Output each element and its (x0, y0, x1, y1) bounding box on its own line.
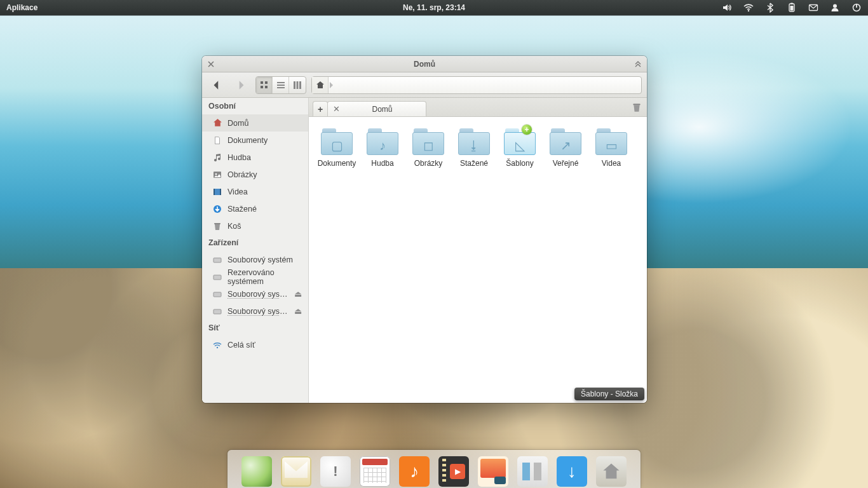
pictures-icon: ◻ (411, 135, 445, 156)
pictures-icon (212, 170, 222, 180)
new-badge-icon: + (522, 125, 532, 135)
path-bar[interactable] (311, 76, 642, 94)
eject-icon[interactable]: ⏏ (294, 289, 302, 299)
folder-documents[interactable]: ▢ Dokumenty (314, 127, 360, 168)
sidebar-item-network[interactable]: Celá síť (202, 336, 308, 353)
dock-calendar[interactable] (360, 456, 390, 487)
sidebar-item-label: Obrázky (227, 170, 257, 179)
sidebar-item-home[interactable]: Domů (202, 114, 308, 132)
sidebar-item-label: Souborový systé… (227, 307, 288, 316)
wifi-icon[interactable] (743, 3, 754, 13)
svg-rect-10 (261, 86, 263, 88)
downloads-icon: ⭳ (457, 135, 491, 156)
svg-point-29 (217, 346, 218, 348)
sidebar-item-pictures[interactable]: Obrázky (202, 166, 308, 183)
path-home-button[interactable] (312, 77, 329, 93)
sidebar-item-videos[interactable]: Videa (202, 183, 308, 200)
sidebar-item-filesystem[interactable]: Souborový systém (202, 251, 308, 268)
sidebar-item-downloads[interactable]: Stažené (202, 200, 308, 217)
drive-icon (212, 255, 222, 265)
home-icon (212, 118, 222, 128)
folder-label: Videa (602, 159, 621, 168)
drive-icon (212, 289, 222, 299)
window-title: Domů (414, 60, 435, 69)
sidebar-item-trash[interactable]: Koš (202, 217, 308, 234)
sidebar-item-music[interactable]: Hudba (202, 149, 308, 166)
svg-rect-8 (261, 81, 263, 84)
dock-music[interactable] (399, 456, 430, 487)
window-titlebar[interactable]: Domů (202, 56, 647, 72)
view-columns-button[interactable] (289, 77, 306, 93)
sidebar-item-label: Hudba (227, 153, 251, 162)
svg-rect-11 (265, 86, 268, 88)
templates-icon: ◺ (503, 135, 537, 156)
svg-point-19 (215, 173, 217, 175)
sidebar-item-filesystem-3[interactable]: Souborový systé… ⏏ (202, 302, 308, 320)
tab-home[interactable]: ✕ Domů (327, 101, 426, 116)
view-icons-button[interactable] (256, 77, 273, 93)
file-manager-window: Domů Osobní Domů Dokumenty (202, 56, 647, 403)
svg-rect-24 (214, 223, 220, 224)
dock-messaging[interactable] (320, 456, 351, 487)
folder-music[interactable]: ♪ Hudba (360, 127, 405, 168)
svg-rect-13 (277, 85, 285, 86)
videos-icon (212, 187, 222, 197)
dock-workspace-switcher[interactable] (517, 456, 548, 487)
dock-browser[interactable] (241, 456, 272, 487)
eject-icon[interactable]: ⏏ (294, 306, 302, 316)
sidebar-item-documents[interactable]: Dokumenty (202, 132, 308, 149)
sidebar-item-label: Domů (227, 119, 248, 128)
new-tab-button[interactable]: + (313, 101, 328, 116)
sidebar-item-reserved[interactable]: Rezervováno systémem (202, 268, 308, 285)
nav-back-button[interactable] (207, 76, 226, 94)
drive-icon (212, 306, 222, 316)
dock-photos[interactable] (478, 456, 508, 487)
panel-clock[interactable]: Ne, 11. srp, 23:14 (403, 3, 465, 12)
network-icon (212, 340, 222, 350)
volume-icon[interactable] (722, 3, 732, 13)
dock-files[interactable] (596, 456, 627, 487)
svg-rect-25 (214, 258, 221, 262)
tab-bar: + ✕ Domů (309, 98, 647, 117)
tab-close-icon[interactable]: ✕ (333, 104, 340, 114)
sidebar-item-label: Souborový systé… (227, 290, 288, 299)
folder-label: Veřejné (553, 159, 579, 168)
mail-icon[interactable] (808, 3, 818, 13)
folder-label: Dokumenty (318, 159, 356, 168)
sidebar: Osobní Domů Dokumenty Hudba Obrázky Vide… (202, 98, 309, 403)
battery-icon[interactable] (787, 3, 797, 13)
folder-videos[interactable]: ▭ Videa (588, 127, 634, 168)
applications-menu[interactable]: Aplikace (6, 3, 37, 12)
content-area: + ✕ Domů ▢ Dokumenty ♪ Hudba ◻ Ob (309, 98, 647, 403)
folder-pictures[interactable]: ◻ Obrázky (405, 127, 451, 168)
dock (227, 450, 641, 488)
folder-label: Šablony (506, 159, 533, 168)
document-icon: ▢ (320, 135, 354, 156)
window-maximize-button[interactable] (633, 59, 643, 69)
folder-templates[interactable]: + ◺ Šablony (497, 127, 543, 168)
svg-rect-27 (214, 292, 221, 297)
public-icon: ↗ (548, 135, 583, 156)
sidebar-item-filesystem-2[interactable]: Souborový systé… ⏏ (202, 285, 308, 302)
tab-trash-icon[interactable] (632, 102, 643, 112)
dock-video[interactable] (438, 456, 469, 487)
svg-rect-15 (294, 81, 295, 89)
svg-rect-28 (214, 309, 221, 314)
window-close-button[interactable] (206, 59, 216, 69)
dock-mail[interactable] (281, 456, 311, 487)
icon-grid[interactable]: ▢ Dokumenty ♪ Hudba ◻ Obrázky ⭳ Stažené (309, 117, 647, 403)
folder-public[interactable]: ↗ Veřejné (543, 127, 588, 168)
bluetooth-icon[interactable] (765, 3, 775, 13)
svg-rect-14 (277, 87, 285, 88)
power-icon[interactable] (851, 3, 862, 13)
tooltip: Šablony - Složka (574, 388, 644, 400)
view-list-button[interactable] (273, 77, 289, 93)
nav-forward-button[interactable] (231, 76, 250, 94)
dock-downloads[interactable] (557, 456, 587, 487)
folder-downloads[interactable]: ⭳ Stažené (451, 127, 497, 168)
user-icon[interactable] (830, 3, 840, 13)
sidebar-item-label: Stažené (227, 205, 257, 214)
sidebar-item-label: Celá síť (227, 341, 255, 349)
toolbar (202, 72, 647, 98)
svg-point-0 (748, 10, 749, 11)
